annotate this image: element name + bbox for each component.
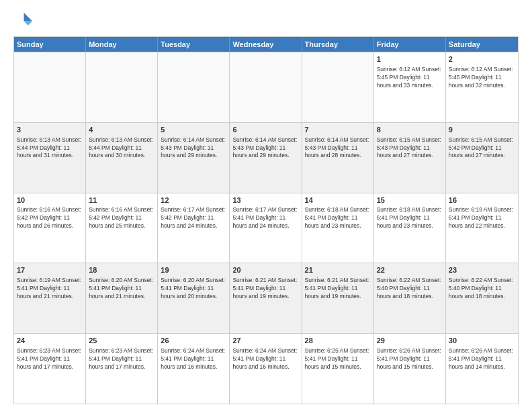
calendar-row: 10Sunrise: 6:16 AM Sunset: 5:42 PM Dayli… bbox=[14, 193, 518, 263]
cell-info: Sunrise: 6:20 AM Sunset: 5:41 PM Dayligh… bbox=[161, 277, 226, 301]
calendar-row: 17Sunrise: 6:19 AM Sunset: 5:41 PM Dayli… bbox=[14, 263, 518, 333]
cell-info: Sunrise: 6:24 AM Sunset: 5:41 PM Dayligh… bbox=[161, 347, 226, 371]
calendar-cell: 19Sunrise: 6:20 AM Sunset: 5:41 PM Dayli… bbox=[158, 263, 230, 333]
cell-info: Sunrise: 6:24 AM Sunset: 5:41 PM Dayligh… bbox=[232, 347, 298, 371]
day-number: 12 bbox=[161, 195, 226, 205]
day-number: 6 bbox=[232, 125, 298, 135]
calendar-cell bbox=[14, 52, 86, 122]
calendar-cell: 2Sunrise: 6:12 AM Sunset: 5:45 PM Daylig… bbox=[446, 52, 518, 122]
calendar-cell bbox=[158, 52, 230, 122]
calendar-cell: 5Sunrise: 6:14 AM Sunset: 5:43 PM Daylig… bbox=[158, 123, 230, 193]
cell-info: Sunrise: 6:21 AM Sunset: 5:41 PM Dayligh… bbox=[232, 277, 298, 301]
calendar-cell: 7Sunrise: 6:14 AM Sunset: 5:43 PM Daylig… bbox=[302, 123, 374, 193]
calendar-cell: 21Sunrise: 6:21 AM Sunset: 5:41 PM Dayli… bbox=[302, 263, 374, 333]
calendar-cell: 10Sunrise: 6:16 AM Sunset: 5:42 PM Dayli… bbox=[14, 193, 86, 263]
calendar-cell bbox=[302, 52, 374, 122]
cell-info: Sunrise: 6:15 AM Sunset: 5:42 PM Dayligh… bbox=[449, 136, 515, 161]
calendar-cell: 27Sunrise: 6:24 AM Sunset: 5:41 PM Dayli… bbox=[230, 334, 302, 404]
calendar-cell: 6Sunrise: 6:14 AM Sunset: 5:43 PM Daylig… bbox=[230, 123, 302, 193]
cell-info: Sunrise: 6:17 AM Sunset: 5:41 PM Dayligh… bbox=[232, 206, 298, 230]
day-number: 10 bbox=[17, 195, 83, 205]
cell-info: Sunrise: 6:23 AM Sunset: 5:41 PM Dayligh… bbox=[17, 347, 83, 371]
day-number: 21 bbox=[305, 265, 371, 275]
cell-info: Sunrise: 6:21 AM Sunset: 5:41 PM Dayligh… bbox=[305, 277, 371, 301]
weekday-header: Saturday bbox=[446, 37, 518, 52]
day-number: 9 bbox=[449, 125, 515, 135]
weekday-header: Friday bbox=[374, 37, 446, 52]
cell-info: Sunrise: 6:18 AM Sunset: 5:41 PM Dayligh… bbox=[377, 206, 443, 230]
calendar-cell: 24Sunrise: 6:23 AM Sunset: 5:41 PM Dayli… bbox=[14, 334, 86, 404]
calendar-cell bbox=[86, 52, 158, 122]
cell-info: Sunrise: 6:14 AM Sunset: 5:43 PM Dayligh… bbox=[161, 136, 226, 161]
calendar-cell: 26Sunrise: 6:24 AM Sunset: 5:41 PM Dayli… bbox=[158, 334, 230, 404]
day-number: 7 bbox=[305, 125, 371, 135]
weekday-header: Monday bbox=[86, 37, 158, 52]
day-number: 17 bbox=[17, 265, 83, 275]
day-number: 3 bbox=[17, 125, 83, 135]
calendar-cell: 25Sunrise: 6:23 AM Sunset: 5:41 PM Dayli… bbox=[86, 334, 158, 404]
day-number: 13 bbox=[232, 195, 298, 205]
calendar-cell: 1Sunrise: 6:12 AM Sunset: 5:45 PM Daylig… bbox=[374, 52, 446, 122]
svg-marker-0 bbox=[24, 13, 32, 21]
calendar-cell: 30Sunrise: 6:26 AM Sunset: 5:41 PM Dayli… bbox=[446, 334, 518, 404]
calendar-cell: 22Sunrise: 6:22 AM Sunset: 5:40 PM Dayli… bbox=[374, 263, 446, 333]
day-number: 28 bbox=[305, 336, 371, 346]
cell-info: Sunrise: 6:26 AM Sunset: 5:41 PM Dayligh… bbox=[449, 347, 515, 371]
day-number: 23 bbox=[449, 265, 515, 275]
cell-info: Sunrise: 6:25 AM Sunset: 5:41 PM Dayligh… bbox=[305, 347, 371, 371]
calendar-header: SundayMondayTuesdayWednesdayThursdayFrid… bbox=[14, 37, 518, 52]
calendar-cell: 13Sunrise: 6:17 AM Sunset: 5:41 PM Dayli… bbox=[230, 193, 302, 263]
day-number: 25 bbox=[89, 336, 154, 346]
calendar-cell: 18Sunrise: 6:20 AM Sunset: 5:41 PM Dayli… bbox=[86, 263, 158, 333]
day-number: 20 bbox=[232, 265, 298, 275]
calendar-cell: 28Sunrise: 6:25 AM Sunset: 5:41 PM Dayli… bbox=[302, 334, 374, 404]
cell-info: Sunrise: 6:13 AM Sunset: 5:44 PM Dayligh… bbox=[17, 136, 83, 161]
cell-info: Sunrise: 6:13 AM Sunset: 5:44 PM Dayligh… bbox=[89, 136, 154, 161]
logo bbox=[13, 11, 35, 30]
cell-info: Sunrise: 6:20 AM Sunset: 5:41 PM Dayligh… bbox=[89, 277, 154, 301]
cell-info: Sunrise: 6:22 AM Sunset: 5:40 PM Dayligh… bbox=[377, 277, 443, 301]
calendar-cell: 8Sunrise: 6:15 AM Sunset: 5:43 PM Daylig… bbox=[374, 123, 446, 193]
cell-info: Sunrise: 6:12 AM Sunset: 5:45 PM Dayligh… bbox=[377, 66, 443, 90]
cell-info: Sunrise: 6:18 AM Sunset: 5:41 PM Dayligh… bbox=[305, 206, 371, 230]
cell-info: Sunrise: 6:19 AM Sunset: 5:41 PM Dayligh… bbox=[449, 206, 515, 230]
day-number: 14 bbox=[305, 195, 371, 205]
day-number: 29 bbox=[377, 336, 443, 346]
day-number: 18 bbox=[89, 265, 154, 275]
weekday-header: Tuesday bbox=[158, 37, 230, 52]
page: SundayMondayTuesdayWednesdayThursdayFrid… bbox=[0, 0, 532, 411]
cell-info: Sunrise: 6:16 AM Sunset: 5:42 PM Dayligh… bbox=[17, 206, 83, 230]
day-number: 11 bbox=[89, 195, 154, 205]
day-number: 8 bbox=[377, 125, 443, 135]
cell-info: Sunrise: 6:14 AM Sunset: 5:43 PM Dayligh… bbox=[232, 136, 298, 161]
day-number: 26 bbox=[161, 336, 226, 346]
calendar-row: 1Sunrise: 6:12 AM Sunset: 5:45 PM Daylig… bbox=[14, 52, 518, 122]
day-number: 1 bbox=[377, 54, 443, 64]
day-number: 24 bbox=[17, 336, 83, 346]
cell-info: Sunrise: 6:23 AM Sunset: 5:41 PM Dayligh… bbox=[89, 347, 154, 371]
calendar-cell: 29Sunrise: 6:26 AM Sunset: 5:41 PM Dayli… bbox=[374, 334, 446, 404]
header bbox=[13, 11, 519, 30]
day-number: 2 bbox=[449, 54, 515, 64]
logo-icon bbox=[13, 11, 32, 30]
cell-info: Sunrise: 6:12 AM Sunset: 5:45 PM Dayligh… bbox=[449, 66, 515, 90]
weekday-header: Wednesday bbox=[230, 37, 302, 52]
cell-info: Sunrise: 6:17 AM Sunset: 5:42 PM Dayligh… bbox=[161, 206, 226, 230]
day-number: 22 bbox=[377, 265, 443, 275]
day-number: 27 bbox=[232, 336, 298, 346]
calendar-row: 24Sunrise: 6:23 AM Sunset: 5:41 PM Dayli… bbox=[14, 333, 518, 404]
cell-info: Sunrise: 6:16 AM Sunset: 5:42 PM Dayligh… bbox=[89, 206, 154, 230]
day-number: 16 bbox=[449, 195, 515, 205]
cell-info: Sunrise: 6:22 AM Sunset: 5:40 PM Dayligh… bbox=[449, 277, 515, 301]
day-number: 5 bbox=[161, 125, 226, 135]
calendar-body: 1Sunrise: 6:12 AM Sunset: 5:45 PM Daylig… bbox=[14, 52, 518, 404]
calendar-cell: 4Sunrise: 6:13 AM Sunset: 5:44 PM Daylig… bbox=[86, 123, 158, 193]
calendar-cell: 11Sunrise: 6:16 AM Sunset: 5:42 PM Dayli… bbox=[86, 193, 158, 263]
calendar-cell bbox=[230, 52, 302, 122]
day-number: 15 bbox=[377, 195, 443, 205]
calendar-cell: 16Sunrise: 6:19 AM Sunset: 5:41 PM Dayli… bbox=[446, 193, 518, 263]
calendar-cell: 3Sunrise: 6:13 AM Sunset: 5:44 PM Daylig… bbox=[14, 123, 86, 193]
cell-info: Sunrise: 6:15 AM Sunset: 5:43 PM Dayligh… bbox=[377, 136, 443, 161]
weekday-header: Thursday bbox=[302, 37, 374, 52]
weekday-header: Sunday bbox=[14, 37, 86, 52]
